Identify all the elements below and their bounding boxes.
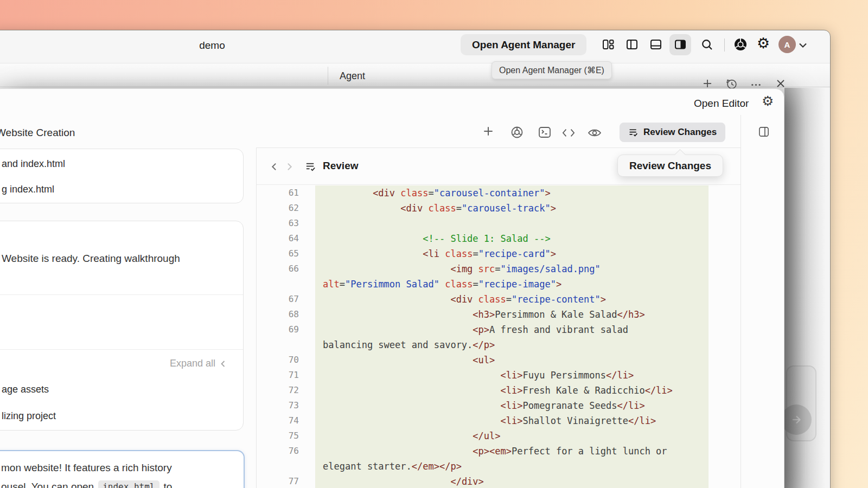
nav-back-button[interactable] xyxy=(270,162,278,173)
browser-logo-button[interactable] xyxy=(733,37,748,52)
window-titlebar: demo Open Agent Manager xyxy=(0,30,830,63)
review-title: Review xyxy=(323,160,358,172)
code-row: 64 <!-- Slide 1: Salad --> xyxy=(257,231,741,246)
code-row: 65 <li class="recipe-card"> xyxy=(257,246,741,261)
line-number: 67 xyxy=(257,292,315,307)
code-row: 61 <div class="carousel-container"> xyxy=(257,185,741,201)
review-changes-tooltip-text: Review Changes xyxy=(629,160,711,172)
list-check-icon xyxy=(628,127,639,137)
plus-icon xyxy=(702,78,713,89)
line-number: 65 xyxy=(257,246,315,261)
code-row: 76 <p><em>Perfect for a light lunch or xyxy=(257,444,741,459)
browser-outline-icon xyxy=(510,125,524,139)
code-view-button[interactable] xyxy=(561,127,576,139)
line-number: 70 xyxy=(257,352,315,368)
list-check-icon xyxy=(305,161,316,172)
code-line-content: elegant starter.</em></p> xyxy=(315,459,709,474)
status-text: Website is ready. Creating walkthrough xyxy=(2,253,180,265)
settings-button[interactable]: ⚙ xyxy=(757,36,770,51)
split-left-panel-button[interactable] xyxy=(626,38,639,51)
workspace-layout-icon xyxy=(602,38,615,51)
code-line-content: <p><em>Perfect for a light lunch or xyxy=(315,444,709,459)
workspace-layout-button[interactable] xyxy=(602,38,615,51)
code-line-content: <h3>Persimmon & Kale Salad</h3> xyxy=(315,307,709,322)
code-row: 71 <li>Fuyu Persimmons</li> xyxy=(257,368,741,383)
toolbar-divider xyxy=(724,38,725,52)
code-line-content: <div class="carousel-container"> xyxy=(315,185,709,201)
line-number: 74 xyxy=(257,413,315,428)
line-number: 68 xyxy=(257,307,315,322)
code-line-content: balancing sweet and savory.</p> xyxy=(315,337,709,352)
open-editor-button[interactable]: Open Editor xyxy=(694,98,749,110)
overlay-shadow xyxy=(784,88,830,488)
code-line-content: <li>Pomegranate Seeds</li> xyxy=(315,398,709,413)
line-number: 62 xyxy=(257,201,315,216)
task-item[interactable]: lizing project xyxy=(2,410,56,422)
account-menu-button[interactable] xyxy=(798,40,808,50)
overlay-settings-button[interactable]: ⚙ xyxy=(762,94,774,108)
task-item[interactable]: age assets xyxy=(2,384,49,395)
split-left-panel-icon xyxy=(626,38,639,51)
search-icon xyxy=(700,38,713,51)
line-number: 66 xyxy=(257,261,315,277)
eye-icon xyxy=(588,127,602,139)
tab-agent[interactable]: Agent xyxy=(340,70,365,82)
code-line-content: <div class="carousel-track"> xyxy=(315,201,709,216)
line-number: 64 xyxy=(257,231,315,246)
preview-button[interactable] xyxy=(588,127,602,139)
code-line-content: <!-- Slide 1: Salad --> xyxy=(315,231,709,246)
expand-all-button[interactable]: Expand all xyxy=(170,358,227,369)
status-card: Website is ready. Creating walkthrough E… xyxy=(0,221,244,431)
close-icon xyxy=(775,78,786,89)
right-sidebar-icon xyxy=(674,38,687,51)
close-panel-button[interactable] xyxy=(775,78,786,89)
code-line-content: <li>Fresh Kale & Radicchio</li> xyxy=(315,383,709,398)
code-line-content: <div class="recipe-content"> xyxy=(315,292,709,307)
terminal-button[interactable] xyxy=(538,125,552,139)
message-line: ousel. You can open index.html to xyxy=(1,480,172,488)
code-row: 73 <li>Pomegranate Seeds</li> xyxy=(257,398,741,413)
code-row: 66 <img src="images/salad.png" xyxy=(257,261,741,277)
code-line-content: <img src="images/salad.png" xyxy=(315,261,709,277)
right-sidebar-button[interactable] xyxy=(674,38,687,51)
code-row: 75 </ul> xyxy=(257,428,741,444)
card-divider xyxy=(0,294,243,295)
code-line-content: </div> xyxy=(315,474,709,488)
code-lines: 61 <div class="carousel-container">62 <d… xyxy=(257,185,741,488)
open-agent-manager-button[interactable]: Open Agent Manager xyxy=(461,34,586,55)
bottom-panel-button[interactable] xyxy=(649,38,662,51)
code-row: alt="Persimmon Salad" class="recipe-imag… xyxy=(257,277,741,292)
gear-icon: ⚙ xyxy=(757,36,770,51)
add-button[interactable] xyxy=(482,125,494,137)
code-block: 61 <div class="carousel-container">62 <d… xyxy=(257,185,741,488)
line-number: 71 xyxy=(257,368,315,383)
nav-forward-button[interactable] xyxy=(285,162,293,173)
bottom-panel-icon xyxy=(649,38,662,51)
message-text: ousel. You can open xyxy=(1,481,94,488)
review-changes-button[interactable]: Review Changes xyxy=(620,123,725,142)
step-item[interactable]: and index.html xyxy=(2,158,65,170)
code-line-content: alt="Persimmon Salad" class="recipe-imag… xyxy=(315,277,709,292)
open-in-browser-button[interactable] xyxy=(510,125,524,139)
new-agent-button[interactable] xyxy=(702,78,713,89)
tab-divider xyxy=(328,67,328,85)
message-line: mon website! It features a rich history xyxy=(1,462,172,474)
search-button[interactable] xyxy=(700,38,713,51)
code-icon xyxy=(561,127,576,139)
card-divider xyxy=(0,349,243,350)
background-page-sliver xyxy=(784,88,830,488)
expand-all-label: Expand all xyxy=(170,358,215,369)
line-number: 75 xyxy=(257,428,315,444)
step-item[interactable]: g index.html xyxy=(2,184,54,195)
toggle-side-panel-button[interactable] xyxy=(758,126,770,139)
code-row: 70 <ul> xyxy=(257,352,741,368)
agent-manager-tooltip: Open Agent Manager (⌘E) xyxy=(492,61,612,79)
agent-overlay-panel: Open Editor ⚙ Website Creation and index… xyxy=(0,88,784,488)
open-editor-label: Open Editor xyxy=(694,98,749,109)
tooltip-caret xyxy=(674,149,686,160)
agent-manager-tooltip-text: Open Agent Manager (⌘E) xyxy=(499,65,604,75)
plus-icon xyxy=(482,125,494,137)
open-agent-manager-label: Open Agent Manager xyxy=(472,39,575,51)
avatar[interactable]: A xyxy=(778,36,796,53)
code-line-content xyxy=(315,216,709,231)
